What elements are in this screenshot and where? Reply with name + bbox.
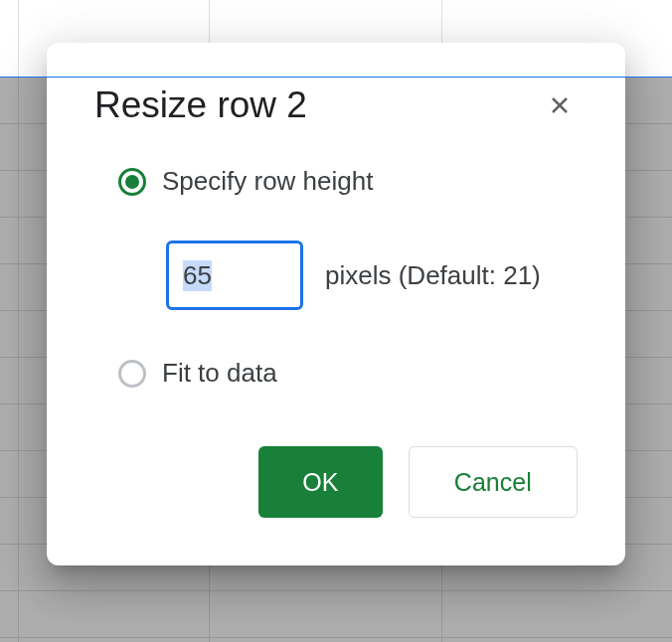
dialog-title: Resize row 2 — [94, 84, 307, 126]
radio-selected-icon — [118, 168, 146, 196]
fit-to-data-label: Fit to data — [162, 358, 277, 389]
close-icon — [548, 93, 572, 117]
dialog-footer: OK Cancel — [211, 446, 625, 565]
row-height-input[interactable] — [166, 241, 303, 310]
pixels-default-label: pixels (Default: 21) — [325, 260, 541, 291]
close-button[interactable] — [542, 87, 578, 123]
resize-row-dialog: Resize row 2 Specify row height pixels (… — [47, 43, 625, 565]
specify-height-label: Specify row height — [162, 166, 373, 197]
specify-height-option[interactable]: Specify row height — [118, 166, 578, 197]
cancel-button[interactable]: Cancel — [409, 446, 578, 518]
ok-button[interactable]: OK — [258, 446, 383, 518]
radio-unselected-icon — [118, 360, 146, 388]
dialog-body: Specify row height pixels (Default: 21) … — [47, 134, 625, 389]
dialog-header: Resize row 2 — [47, 43, 625, 134]
fit-to-data-option[interactable]: Fit to data — [118, 358, 578, 389]
height-input-row: pixels (Default: 21) — [166, 241, 578, 310]
